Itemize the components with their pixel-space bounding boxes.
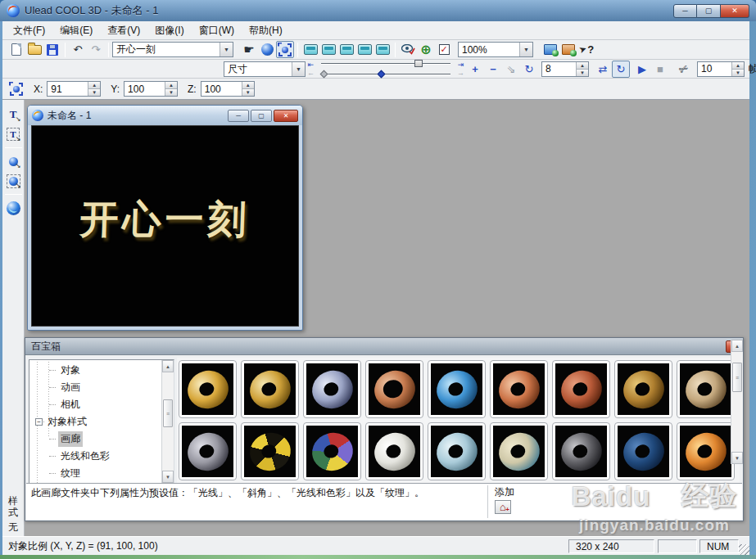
palette-title-bar[interactable]: 百宝箱 bbox=[25, 338, 743, 355]
frame-slider[interactable] bbox=[321, 60, 450, 67]
y-spinner[interactable]: 100 ▲▼ bbox=[124, 81, 178, 97]
doc-restore-button[interactable]: ▢ bbox=[251, 110, 272, 122]
new-file-button[interactable] bbox=[7, 41, 25, 58]
gallery-thumb-copper-ring-torus[interactable] bbox=[365, 360, 423, 418]
doc-close-button[interactable]: ✕ bbox=[274, 110, 298, 122]
edit-text-button[interactable]: T↘ bbox=[4, 124, 23, 144]
gallery-thumb-gold-torus[interactable] bbox=[179, 360, 237, 418]
jump-start-button[interactable]: ⇤ bbox=[307, 61, 315, 69]
tree-item-画廊[interactable]: 画廊 bbox=[29, 431, 161, 448]
document-window[interactable]: 未命名 - 1 ─ ▢ ✕ 开心一刻 bbox=[27, 105, 303, 331]
document-title-bar[interactable]: 未命名 - 1 ─ ▢ ✕ bbox=[28, 106, 302, 125]
menu-item-3[interactable]: 图像(I) bbox=[147, 21, 191, 40]
gallery-thumb-denim-blue-torus[interactable] bbox=[614, 422, 672, 480]
title-bar[interactable]: Ulead COOL 3D - 未命名 - 1 ─ ▢ ✕ bbox=[0, 0, 756, 21]
tree-item-光线和色彩[interactable]: 光线和色彩 bbox=[29, 448, 161, 465]
dropdown-arrow-icon[interactable]: ▼ bbox=[220, 43, 233, 56]
menu-item-1[interactable]: 编辑(E) bbox=[52, 21, 100, 40]
undo-button[interactable]: ↶ bbox=[69, 41, 87, 58]
insert-graphics-button[interactable]: ↘ bbox=[4, 151, 23, 171]
gallery-thumb-orange-glossy-torus[interactable] bbox=[677, 422, 735, 480]
gallery-thumb-tan-scaled-torus[interactable] bbox=[677, 360, 735, 418]
insert-text-button[interactable]: T↘ bbox=[4, 105, 23, 124]
gallery-scrollbar[interactable]: ▲ ≡ ▼ bbox=[731, 340, 743, 464]
gallery-thumb-gold-carved-torus[interactable] bbox=[614, 360, 672, 418]
animation-toggle-button[interactable]: ✄ bbox=[674, 61, 692, 78]
dropdown-arrow-icon[interactable]: ▼ bbox=[292, 62, 305, 76]
frame-slider-thumb[interactable] bbox=[414, 60, 423, 67]
spinner-down-icon[interactable]: ▼ bbox=[732, 69, 744, 76]
menu-item-4[interactable]: 窗口(W) bbox=[192, 21, 242, 40]
jump-end-button[interactable]: ⇥ bbox=[457, 61, 464, 69]
tree-scrollbar-thumb[interactable]: ≡ bbox=[163, 399, 173, 427]
animation-attribute-combobox[interactable]: 尺寸 ▼ bbox=[224, 61, 306, 77]
tree-item-对象样式[interactable]: −对象样式 bbox=[29, 413, 161, 431]
spinner-up-icon[interactable]: ▲ bbox=[242, 82, 254, 88]
dialog-box-toggle-button[interactable]: ✓ bbox=[435, 41, 453, 58]
tree-item-纹理[interactable]: 纹理 bbox=[29, 465, 161, 482]
close-button[interactable]: ✕ bbox=[721, 4, 749, 18]
gallery-thumb-gold-ringed-torus[interactable] bbox=[241, 360, 299, 418]
step-back-button[interactable]: ← bbox=[307, 70, 315, 77]
scroll-up-icon[interactable]: ▲ bbox=[162, 360, 174, 372]
gallery-thumb-white-ribbed-torus[interactable] bbox=[365, 422, 423, 480]
display-mode-3-button[interactable] bbox=[337, 41, 355, 58]
spinner-down-icon[interactable]: ▼ bbox=[88, 88, 100, 96]
menu-item-2[interactable]: 查看(V) bbox=[100, 21, 147, 40]
select-tool-button[interactable] bbox=[276, 41, 294, 58]
spinner-down-icon[interactable]: ▼ bbox=[577, 69, 588, 76]
display-mode-4-button[interactable] bbox=[355, 41, 373, 58]
zoom-combobox[interactable]: 100% ▼ bbox=[458, 42, 533, 57]
object-library-button[interactable] bbox=[4, 198, 23, 218]
gallery-thumb-multicolor-patch-torus[interactable] bbox=[303, 422, 361, 480]
loop-mode-button[interactable]: ⇄ bbox=[594, 61, 612, 78]
tree-item-动画[interactable]: 动画 bbox=[29, 379, 161, 396]
cycle-mode-button[interactable]: ↻ bbox=[612, 61, 630, 78]
scroll-down-icon[interactable]: ▼ bbox=[162, 471, 174, 483]
keyframe-slider[interactable] bbox=[321, 70, 450, 78]
stop-button[interactable]: ■ bbox=[651, 61, 669, 78]
remove-keyframe-button[interactable]: − bbox=[484, 61, 502, 78]
spinner-up-icon[interactable]: ▲ bbox=[577, 62, 588, 69]
gallery-thumb-silver-blue-torus[interactable] bbox=[303, 360, 361, 418]
tree-scrollbar[interactable]: ▲ ≡ ▼ bbox=[161, 360, 174, 483]
object-scale-mode-button[interactable] bbox=[7, 80, 25, 97]
gallery-thumb-blue-textured-torus[interactable] bbox=[428, 360, 486, 418]
text-preset-combobox[interactable]: 开心一刻 ▼ bbox=[112, 42, 233, 57]
spinner-up-icon[interactable]: ▲ bbox=[165, 82, 177, 88]
gallery-thumb-brick-carved-torus[interactable] bbox=[552, 360, 610, 418]
menu-item-0[interactable]: 文件(F) bbox=[6, 21, 52, 40]
tree-item-相机[interactable]: 相机 bbox=[29, 396, 161, 413]
resize-grip[interactable] bbox=[739, 544, 749, 555]
pan-hand-tool-button[interactable]: ☛ bbox=[240, 41, 258, 58]
gallery-thumb-cream-blue-swirl-torus[interactable] bbox=[490, 422, 548, 480]
attributes-button[interactable] bbox=[399, 41, 417, 58]
context-help-button[interactable]: ➤ ? bbox=[577, 41, 595, 58]
gallery-scrollbar-thumb[interactable]: ≡ bbox=[732, 363, 742, 392]
export-image-button[interactable] bbox=[559, 41, 577, 58]
keyframe-current-thumb[interactable] bbox=[377, 70, 385, 79]
z-spinner[interactable]: 100 ▲▼ bbox=[201, 81, 255, 97]
current-frame-spinner[interactable]: 8 ▲▼ bbox=[541, 61, 589, 77]
play-button[interactable]: ▶ bbox=[633, 61, 651, 78]
display-mode-1-button[interactable] bbox=[301, 41, 319, 58]
open-file-button[interactable] bbox=[25, 41, 43, 58]
export-video-button[interactable] bbox=[541, 41, 559, 58]
display-mode-2-button[interactable] bbox=[319, 41, 337, 58]
add-to-gallery-button[interactable]: ⌂ + bbox=[495, 500, 511, 514]
total-frames-spinner[interactable]: 10 ▲▼ bbox=[697, 61, 745, 77]
scroll-down-icon[interactable]: ▼ bbox=[731, 452, 743, 464]
web-globe-button[interactable]: ⊕ bbox=[417, 41, 435, 58]
gallery-thumb-terracotta-ringed-torus[interactable] bbox=[490, 360, 548, 418]
minimize-button[interactable]: ─ bbox=[673, 4, 697, 18]
scroll-up-icon[interactable]: ▲ bbox=[731, 340, 743, 352]
return-loop-button[interactable]: ↻ bbox=[520, 61, 538, 78]
keyframe-start-thumb[interactable] bbox=[320, 70, 328, 79]
render-canvas[interactable]: 开心一刻 bbox=[31, 125, 299, 327]
maximize-button[interactable]: ▢ bbox=[697, 4, 721, 18]
gallery-thumb-steel-perforated-torus[interactable] bbox=[179, 422, 237, 480]
spinner-up-icon[interactable]: ▲ bbox=[732, 62, 744, 69]
canvas-3d-text[interactable]: 开心一刻 bbox=[31, 194, 299, 246]
dropdown-arrow-icon[interactable]: ▼ bbox=[519, 43, 532, 56]
step-forward-button[interactable]: → bbox=[457, 70, 464, 77]
